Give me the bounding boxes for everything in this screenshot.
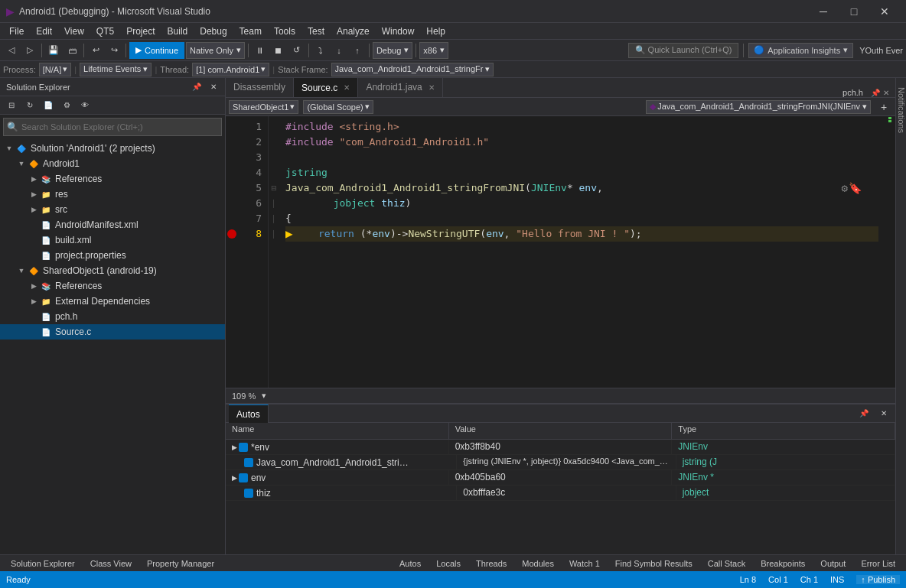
bttab-property-manager[interactable]: Property Manager [139, 555, 222, 572]
lifetime-events-dropdown[interactable]: Lifetime Events ▾ [80, 63, 152, 76]
autos-col-type[interactable]: Type [672, 423, 895, 439]
menu-analyze[interactable]: Analyze [331, 23, 376, 40]
bttab-solution-explorer-label[interactable]: Solution Explorer [3, 555, 83, 572]
maximize-button[interactable]: □ [839, 0, 869, 23]
debug-config-dropdown[interactable]: Debug ▾ [373, 42, 412, 59]
frame-dropdown[interactable]: Java_com_Android1_Android1_stringFr ▾ [331, 63, 494, 76]
bttab-threads[interactable]: Threads [468, 555, 514, 572]
back-button[interactable]: ◁ [3, 42, 20, 59]
bttab-find-symbol[interactable]: Find Symbol Results [608, 555, 700, 572]
tab-disassembly[interactable]: Disassembly [226, 78, 294, 97]
btab-autos[interactable]: Autos [229, 404, 269, 423]
step-over-button[interactable]: ⤵ [312, 42, 329, 59]
bttab-class-view[interactable]: Class View [83, 555, 139, 572]
menu-file[interactable]: File [3, 23, 30, 40]
bttab-breakpoints[interactable]: Breakpoints [753, 555, 813, 572]
add-button[interactable]: + [875, 99, 892, 115]
tab-sourcec-close[interactable]: ✕ [344, 83, 350, 92]
minimize-button[interactable]: ─ [808, 0, 839, 23]
se-collapse-button[interactable]: ⊟ [3, 97, 20, 114]
bttab-autos-b[interactable]: Autos [392, 555, 429, 572]
process-dropdown[interactable]: [N/A] ▾ [39, 63, 71, 76]
bp-pin-button[interactable]: 📌 [855, 405, 872, 422]
scope-dropdown[interactable]: (Global Scope) ▾ [303, 100, 373, 114]
undo-button[interactable]: ↩ [87, 42, 104, 59]
save-button[interactable]: 💾 [45, 42, 62, 59]
tree-item-manifest[interactable]: ▶ 📄 AndroidManifest.xml [0, 217, 225, 232]
tab-android1java[interactable]: Android1.java ✕ [358, 78, 442, 97]
bttab-modules[interactable]: Modules [514, 555, 562, 572]
search-input[interactable] [21, 122, 218, 132]
menu-tools[interactable]: Tools [268, 23, 301, 40]
menu-project[interactable]: Project [120, 23, 161, 40]
tree-item-extdeps[interactable]: ▶ 📁 External Dependencies [0, 294, 225, 309]
fold-5[interactable]: ⊟ [271, 180, 277, 196]
tree-item-solution[interactable]: ▼ 🔷 Solution 'Android1' (2 projects) [0, 141, 225, 156]
tree-item-pch[interactable]: ▶ 📄 pch.h [0, 309, 225, 324]
menu-debug[interactable]: Debug [194, 23, 233, 40]
autos-cell-value-3[interactable]: 0xbfffae3c [457, 486, 676, 500]
tree-item-res[interactable]: ▶ 📁 res [0, 187, 225, 202]
expand-tri-2[interactable]: ▶ [232, 474, 237, 482]
se-properties-button[interactable]: ⚙ [58, 97, 75, 114]
notifications-tab[interactable]: Notifications [895, 81, 907, 139]
context-dropdown[interactable]: SharedObject1 ▾ [229, 100, 298, 114]
bttab-output[interactable]: Output [813, 555, 853, 572]
expand-tri-0[interactable]: ▶ [232, 443, 237, 451]
platform-dropdown[interactable]: x86 ▾ [419, 42, 448, 59]
menu-window[interactable]: Window [376, 23, 421, 40]
menu-qt5[interactable]: QT5 [90, 23, 120, 40]
menu-view[interactable]: View [58, 23, 90, 40]
autos-col-name[interactable]: Name [226, 423, 449, 439]
stop-button[interactable]: ⏹ [270, 42, 287, 59]
native-only-dropdown[interactable]: Native Only ▾ [186, 42, 245, 59]
pch-close-icon[interactable]: ✕ [883, 89, 889, 97]
bttab-watch1[interactable]: Watch 1 [562, 555, 608, 572]
bttab-locals[interactable]: Locals [429, 555, 468, 572]
restart-button[interactable]: ↺ [288, 42, 305, 59]
se-search-box[interactable]: 🔍 [3, 118, 222, 136]
tree-item-refs2[interactable]: ▶ 📚 References [0, 278, 225, 294]
menu-help[interactable]: Help [420, 23, 451, 40]
bp-close-button[interactable]: ✕ [875, 405, 892, 422]
autos-col-value[interactable]: Value [449, 423, 673, 439]
tree-item-refs1[interactable]: ▶ 📚 References [0, 171, 225, 187]
tree-item-android1[interactable]: ▼ 🔶 Android1 [0, 156, 225, 171]
app-insights-label[interactable]: 🔵 Application Insights ▾ [748, 43, 853, 58]
user-label[interactable]: YOuth Ever [859, 46, 903, 55]
zoom-dropdown-icon[interactable]: ▾ [262, 391, 266, 401]
tree-item-sharedobject[interactable]: ▼ 🔶 SharedObject1 (android-19) [0, 263, 225, 278]
step-out-button[interactable]: ↑ [349, 42, 366, 59]
bttab-error-list[interactable]: Error List [853, 555, 903, 572]
code-editor[interactable]: 1 2 3 4 5 6 7 8 ⊟ │ │ │ [226, 116, 895, 388]
bttab-call-stack[interactable]: Call Stack [700, 555, 754, 572]
se-showfiles-button[interactable]: 📄 [40, 97, 57, 114]
tree-item-build[interactable]: ▶ 📄 build.xml [0, 232, 225, 248]
forward-button[interactable]: ▷ [21, 42, 38, 59]
gear-icon[interactable]: ⚙ [842, 180, 848, 196]
close-button[interactable]: ✕ [869, 0, 900, 23]
redo-button[interactable]: ↪ [106, 42, 122, 59]
tree-item-props[interactable]: ▶ 📄 project.properties [0, 248, 225, 263]
pch-tab-label[interactable]: pch.h [838, 88, 868, 97]
continue-button[interactable]: ▶ Continue [129, 42, 184, 59]
menu-team[interactable]: Team [233, 23, 268, 40]
tree-item-src[interactable]: ▶ 📁 src [0, 202, 225, 217]
code-content[interactable]: #include <string.h> #include "com_Androi… [279, 116, 885, 388]
tab-sourcec[interactable]: Source.c ✕ [294, 78, 358, 97]
se-refresh-button[interactable]: ↻ [21, 97, 38, 114]
step-into-button[interactable]: ↓ [331, 42, 347, 59]
autos-cell-value-0[interactable]: 0xb3ff8b40 [449, 440, 673, 454]
pause-button[interactable]: ⏸ [252, 42, 269, 59]
bp-gutter[interactable] [226, 116, 238, 388]
se-preview-button[interactable]: 👁 [77, 97, 93, 114]
autos-cell-value-1[interactable]: {jstring (JNIEnv *, jobject)} 0xa5dc9400… [457, 455, 676, 469]
bookmark-icon[interactable]: 🔖 [849, 180, 862, 196]
save-all-button[interactable]: 🗃 [64, 42, 80, 59]
quick-launch-input[interactable]: 🔍 Quick Launch (Ctrl+Q) [628, 43, 739, 58]
se-pin-button[interactable]: 📌 [188, 79, 205, 96]
menu-test[interactable]: Test [301, 23, 331, 40]
tab-android1java-close[interactable]: ✕ [429, 83, 435, 92]
thread-dropdown[interactable]: [1] com.Android1 ▾ [192, 63, 269, 76]
symbol-dropdown[interactable]: ◆ Java_com_Android1_Android1_stringFromJ… [646, 100, 871, 114]
